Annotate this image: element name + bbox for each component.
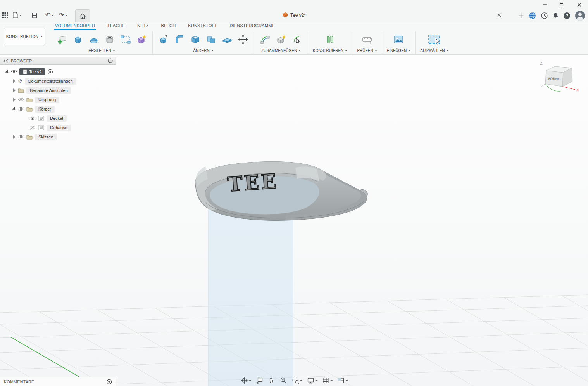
group-label-aendern[interactable]: ÄNDERN <box>193 48 213 53</box>
new-component-button[interactable] <box>275 33 287 46</box>
minimize-button[interactable] <box>536 0 553 9</box>
body-icon <box>38 125 44 130</box>
workspace-selector[interactable]: KONSTRUKTION <box>4 28 45 45</box>
tree-row-named-views[interactable]: Benannte Ansichten <box>0 86 116 95</box>
tree-row-root-component[interactable]: Tee v2 <box>0 67 116 76</box>
restore-button[interactable] <box>553 0 571 9</box>
file-menu[interactable] <box>13 12 22 18</box>
measure-button[interactable] <box>361 33 373 46</box>
press-pull-button[interactable] <box>157 33 170 46</box>
redo-button[interactable]: ↷ <box>59 12 67 18</box>
insert-image-button[interactable] <box>392 33 405 46</box>
shell-button[interactable] <box>189 33 202 46</box>
tree-item-label[interactable]: Dokumenteinstellungen <box>25 78 76 85</box>
tree-row-sketches[interactable]: Skizzen <box>0 132 116 142</box>
new-document-button[interactable] <box>519 13 524 18</box>
group-label-zusammenfuegen[interactable]: ZUSAMMENFÜGEN <box>261 48 301 53</box>
expander-icon[interactable] <box>13 79 16 83</box>
close-document-button[interactable] <box>497 13 501 17</box>
as-built-joint-button[interactable] <box>291 33 303 46</box>
group-label-erstellen[interactable]: ERSTELLEN <box>88 48 115 53</box>
tab-kunststoff[interactable]: KUNSTSTOFF <box>187 23 218 30</box>
visibility-eye-icon[interactable] <box>29 116 36 121</box>
rectangular-pattern-button[interactable] <box>119 33 132 46</box>
close-window-button[interactable] <box>571 0 588 9</box>
browser-header[interactable]: BROWSER <box>0 57 116 65</box>
orbit-tool[interactable] <box>240 376 252 385</box>
notifications-button[interactable] <box>553 12 559 19</box>
tab-volumenkoerper[interactable]: VOLUMENKÖRPER <box>54 23 96 30</box>
tree-item-label[interactable]: Skizzen <box>35 134 57 140</box>
viewcube[interactable]: Z VORNE X <box>538 58 581 95</box>
select-button[interactable] <box>427 32 442 47</box>
extrude-button[interactable] <box>72 33 84 46</box>
construction-plane-button[interactable] <box>324 33 336 46</box>
tree-item-label[interactable]: Gehäuse <box>47 125 71 131</box>
browser-title: BROWSER <box>11 59 32 63</box>
data-panel-toggle[interactable] <box>2 12 8 18</box>
activate-component-radio[interactable] <box>47 69 53 75</box>
visibility-eye-off-icon[interactable] <box>29 125 36 130</box>
display-settings-tool[interactable] <box>306 376 318 385</box>
create-form-button[interactable] <box>135 33 148 46</box>
root-component-chip[interactable]: Tee v2 <box>19 68 45 75</box>
minimize-panel-icon[interactable] <box>108 58 113 63</box>
expander-icon[interactable] <box>13 88 16 92</box>
create-sketch-button[interactable] <box>56 33 68 46</box>
visibility-eye-icon[interactable] <box>18 135 24 139</box>
zoom-window-tool[interactable] <box>291 376 303 385</box>
combine-button[interactable] <box>205 33 217 46</box>
window-controls <box>536 0 588 9</box>
collapse-panel-icon[interactable] <box>3 59 8 62</box>
document-tab[interactable]: Tee v2* <box>282 12 306 18</box>
tree-row-origin[interactable]: Ursprung <box>0 95 116 104</box>
group-label-pruefen[interactable]: PRÜFEN <box>357 48 377 53</box>
group-label-auswaehlen[interactable]: AUSWÄHLEN <box>420 48 448 53</box>
tab-flaeche[interactable]: FLÄCHE <box>107 23 126 30</box>
tree-row-body-deckel[interactable]: Deckel <box>0 114 116 123</box>
comments-toggle-icon[interactable] <box>107 379 112 384</box>
job-status-button[interactable] <box>541 12 548 19</box>
joint-button[interactable] <box>259 33 271 46</box>
file-menu-caret-icon <box>19 15 22 16</box>
tree-item-label[interactable]: Benannte Ansichten <box>26 87 71 94</box>
expander-icon[interactable] <box>5 69 9 74</box>
tree-item-label[interactable]: Ursprung <box>35 97 59 103</box>
expander-icon[interactable] <box>13 98 16 102</box>
tab-netz[interactable]: NETZ <box>136 23 150 30</box>
tree-row-document-settings[interactable]: ⚙ Dokumenteinstellungen <box>0 76 116 86</box>
expander-icon[interactable] <box>13 135 16 139</box>
tree-row-body-gehaeuse[interactable]: Gehäuse <box>0 123 116 132</box>
undo-button[interactable]: ↶ <box>45 12 54 18</box>
look-at-tool[interactable] <box>255 376 264 385</box>
viewports-tool[interactable] <box>336 376 348 385</box>
grid-snaps-tool[interactable] <box>321 376 333 385</box>
save-button[interactable] <box>32 12 38 18</box>
tab-blech[interactable]: BLECH <box>160 23 177 30</box>
help-button[interactable]: ? <box>564 12 570 19</box>
tree-row-bodies[interactable]: Körper <box>0 104 116 114</box>
fillet-button[interactable] <box>173 33 186 46</box>
group-label-einfuegen[interactable]: EINFÜGEN <box>387 48 411 53</box>
comments-bar[interactable]: KOMMENTARE <box>0 377 116 386</box>
clock-icon <box>541 12 548 19</box>
tree-item-label[interactable]: Körper <box>35 106 55 113</box>
expander-icon[interactable] <box>12 107 16 111</box>
pan-tool[interactable] <box>267 376 276 385</box>
zoom-tool[interactable] <box>279 376 288 385</box>
hole-button[interactable] <box>103 33 116 46</box>
move-copy-button[interactable] <box>237 33 249 46</box>
tree-item-label[interactable]: Deckel <box>47 115 67 122</box>
user-avatar[interactable] <box>575 11 585 21</box>
group-label-konstruieren[interactable]: KONSTRUIEREN <box>313 48 347 53</box>
visibility-eye-icon[interactable] <box>18 107 24 111</box>
offset-face-button[interactable] <box>221 33 233 46</box>
visibility-eye-icon[interactable] <box>11 69 17 74</box>
visibility-eye-off-icon[interactable] <box>18 97 24 102</box>
grid-icon <box>322 377 329 384</box>
zoom-icon <box>279 377 287 384</box>
extensions-button[interactable] <box>529 12 536 19</box>
revolve-button[interactable] <box>88 33 100 46</box>
tab-dienstprogramme[interactable]: DIENSTPROGRAMME <box>229 23 276 30</box>
home-tab[interactable] <box>75 9 90 22</box>
